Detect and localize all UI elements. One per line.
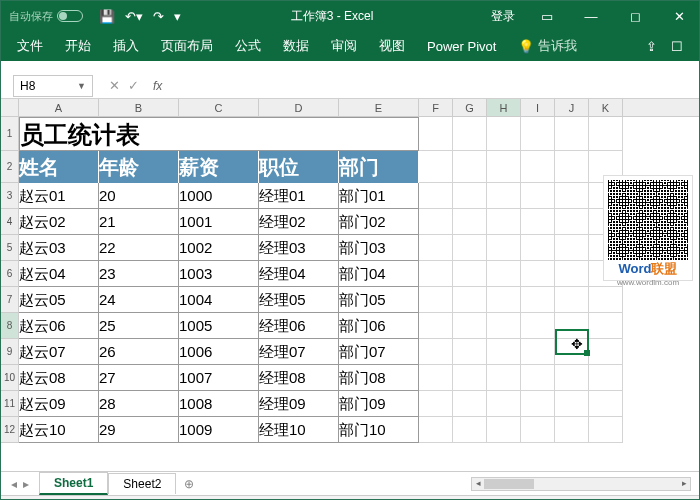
sheet-tab[interactable]: Sheet1	[39, 472, 108, 495]
tab-review[interactable]: 审阅	[321, 33, 367, 59]
cell[interactable]: 赵云06	[19, 313, 99, 339]
cell[interactable]	[453, 261, 487, 287]
cell[interactable]	[453, 151, 487, 183]
cell[interactable]	[419, 117, 453, 151]
cell[interactable]: 部门03	[339, 235, 419, 261]
cell[interactable]: 赵云07	[19, 339, 99, 365]
cell[interactable]: 经理01	[259, 183, 339, 209]
cell[interactable]: 1001	[179, 209, 259, 235]
cell[interactable]	[555, 417, 589, 443]
cell[interactable]	[419, 151, 453, 183]
redo-icon[interactable]: ↷	[153, 9, 164, 24]
cell[interactable]	[453, 235, 487, 261]
cell[interactable]	[453, 183, 487, 209]
cell[interactable]	[453, 313, 487, 339]
cell[interactable]	[487, 183, 521, 209]
sheet-tab[interactable]: Sheet2	[108, 473, 176, 494]
row-header[interactable]: 1	[1, 117, 19, 151]
cell[interactable]	[419, 313, 453, 339]
table-header[interactable]: 部门	[339, 151, 419, 183]
cell[interactable]	[487, 261, 521, 287]
cell[interactable]: 24	[99, 287, 179, 313]
cell[interactable]: 赵云08	[19, 365, 99, 391]
cell[interactable]: 部门07	[339, 339, 419, 365]
cell[interactable]: 部门01	[339, 183, 419, 209]
worksheet[interactable]: A B C D E F G H I J K 1员工统计表2姓名年龄薪资职位部门3…	[1, 99, 699, 471]
ribbon-options-icon[interactable]: ▭	[527, 1, 567, 31]
cell[interactable]: 赵云01	[19, 183, 99, 209]
cell[interactable]	[555, 261, 589, 287]
cell[interactable]: 22	[99, 235, 179, 261]
cell[interactable]: 经理08	[259, 365, 339, 391]
tab-home[interactable]: 开始	[55, 33, 101, 59]
cell[interactable]	[589, 339, 623, 365]
table-title[interactable]: 员工统计表	[19, 117, 419, 151]
close-icon[interactable]: ✕	[659, 1, 699, 31]
cell[interactable]: 经理05	[259, 287, 339, 313]
tab-formulas[interactable]: 公式	[225, 33, 271, 59]
formula-bar[interactable]	[168, 75, 689, 97]
horizontal-scrollbar[interactable]: ◂▸	[471, 477, 691, 491]
cell[interactable]: 29	[99, 417, 179, 443]
col-header[interactable]: E	[339, 99, 419, 116]
row-header[interactable]: 8	[1, 313, 19, 339]
cell[interactable]	[555, 151, 589, 183]
save-icon[interactable]: 💾	[99, 9, 115, 24]
table-header[interactable]: 薪资	[179, 151, 259, 183]
cell[interactable]: 1005	[179, 313, 259, 339]
cell[interactable]	[521, 365, 555, 391]
cell[interactable]	[419, 391, 453, 417]
cell[interactable]	[419, 287, 453, 313]
share-icon[interactable]: ⇪	[646, 39, 657, 54]
cell[interactable]: 赵云09	[19, 391, 99, 417]
col-header[interactable]: G	[453, 99, 487, 116]
tab-file[interactable]: 文件	[7, 33, 53, 59]
cell[interactable]	[453, 117, 487, 151]
select-all-corner[interactable]	[1, 99, 19, 116]
cell[interactable]: 部门05	[339, 287, 419, 313]
comments-icon[interactable]: ☐	[671, 39, 683, 54]
tab-data[interactable]: 数据	[273, 33, 319, 59]
login-link[interactable]: 登录	[483, 8, 523, 25]
cell[interactable]: 赵云02	[19, 209, 99, 235]
cell[interactable]	[555, 183, 589, 209]
cell[interactable]	[555, 391, 589, 417]
cell[interactable]	[487, 287, 521, 313]
row-header[interactable]: 7	[1, 287, 19, 313]
cell[interactable]: 25	[99, 313, 179, 339]
cell[interactable]	[521, 235, 555, 261]
col-header[interactable]: A	[19, 99, 99, 116]
tab-view[interactable]: 视图	[369, 33, 415, 59]
row-header[interactable]: 6	[1, 261, 19, 287]
cell[interactable]: 部门10	[339, 417, 419, 443]
cell[interactable]: 1004	[179, 287, 259, 313]
cell[interactable]	[589, 417, 623, 443]
fx-icon[interactable]: fx	[153, 79, 162, 93]
cell[interactable]	[419, 235, 453, 261]
cell[interactable]: 27	[99, 365, 179, 391]
row-header[interactable]: 12	[1, 417, 19, 443]
cell[interactable]	[555, 313, 589, 339]
cell[interactable]	[453, 417, 487, 443]
cell[interactable]: 经理03	[259, 235, 339, 261]
table-header[interactable]: 年龄	[99, 151, 179, 183]
col-header[interactable]: K	[589, 99, 623, 116]
cell[interactable]	[453, 365, 487, 391]
cell[interactable]: 1000	[179, 183, 259, 209]
cell[interactable]: 28	[99, 391, 179, 417]
cell[interactable]	[419, 261, 453, 287]
cell[interactable]	[487, 151, 521, 183]
cell[interactable]	[487, 235, 521, 261]
cell[interactable]: 赵云04	[19, 261, 99, 287]
cell[interactable]	[589, 117, 623, 151]
cell[interactable]: 21	[99, 209, 179, 235]
cell[interactable]	[419, 209, 453, 235]
col-header[interactable]: C	[179, 99, 259, 116]
cell[interactable]	[521, 183, 555, 209]
cell[interactable]: 部门02	[339, 209, 419, 235]
cell[interactable]: 经理02	[259, 209, 339, 235]
cell[interactable]	[555, 339, 589, 365]
confirm-formula-icon[interactable]: ✓	[128, 78, 139, 93]
cell[interactable]	[521, 313, 555, 339]
cell[interactable]	[487, 209, 521, 235]
